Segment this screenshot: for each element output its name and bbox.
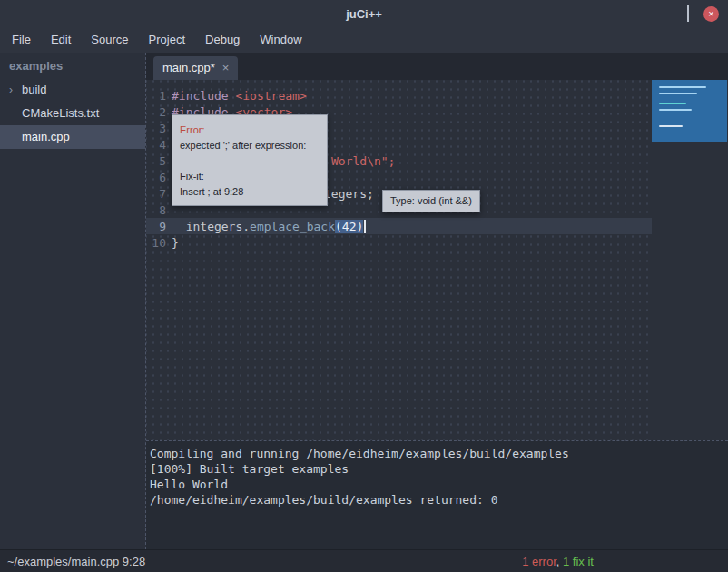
line-number: 3	[146, 122, 166, 135]
error-tooltip: Error: expected ';' after expression: Fi…	[172, 114, 328, 206]
line-number: 4	[146, 138, 166, 152]
line-number: 9	[146, 220, 166, 233]
file-tree: ›buildCMakeLists.txtmain.cpp	[0, 78, 145, 149]
error-count: 1 error	[522, 555, 556, 568]
project-name: examples	[0, 53, 145, 78]
file-label: main.cpp	[22, 125, 70, 149]
code-text: #include <iostream>	[172, 87, 307, 104]
menubar: FileEditSourceProjectDebugWindow	[0, 27, 728, 53]
restore-button[interactable]	[687, 5, 689, 22]
tab-bar: main.cpp* ×	[146, 53, 728, 80]
terminal-line: Hello World	[150, 477, 724, 492]
chevron-right-icon: ›	[9, 78, 22, 102]
status-file-position: ~/examples/main.cpp 9:28	[7, 555, 145, 568]
fixit-label: Fix-it:	[180, 169, 320, 184]
type-tooltip-text: Type: void (int &&)	[390, 195, 472, 206]
menu-file[interactable]: File	[2, 27, 41, 53]
line-number: 7	[146, 187, 166, 201]
file-label: CMakeLists.txt	[22, 102, 99, 125]
code-editor[interactable]: 1#include <iostream>2#include <vector>34…	[146, 80, 728, 440]
overview-mark	[659, 125, 683, 127]
editor-pane: main.cpp* × 1#include <iostream>2#includ…	[145, 53, 728, 549]
line-number: 2	[146, 105, 166, 119]
close-button[interactable]: ×	[703, 6, 719, 22]
terminal-line: Compiling and running /home/eidheim/exam…	[150, 446, 724, 461]
menu-project[interactable]: Project	[139, 27, 195, 53]
file-sidebar: examples ›buildCMakeLists.txtmain.cpp	[0, 53, 145, 549]
menu-window[interactable]: Window	[250, 27, 311, 53]
text-cursor	[364, 220, 366, 233]
source-overview	[652, 80, 728, 440]
restore-icon	[687, 5, 689, 22]
tree-item-build[interactable]: ›build	[0, 78, 145, 102]
line-number: 8	[146, 203, 166, 217]
error-tooltip-title: Error:	[180, 123, 320, 138]
title-bar[interactable]: juCi++ ×	[0, 0, 728, 27]
code-line-1[interactable]: 1#include <iostream>	[146, 87, 652, 104]
terminal-line: [100%] Built target examples	[150, 461, 724, 477]
overview-viewport[interactable]	[652, 80, 727, 142]
overview-mark	[659, 86, 706, 88]
overview-mark	[659, 109, 692, 111]
main-body: examples ›buildCMakeLists.txtmain.cpp ma…	[0, 53, 728, 549]
line-number: 5	[146, 154, 166, 168]
tree-item-cmakelists-txt[interactable]: CMakeLists.txt	[0, 102, 145, 125]
terminal-line: /home/eidheim/examples/build/examples re…	[150, 492, 724, 508]
terminal-output[interactable]: Compiling and running /home/eidheim/exam…	[146, 440, 728, 549]
status-bar: ~/examples/main.cpp 9:28 1 error, 1 fix …	[0, 549, 728, 572]
line-number: 6	[146, 171, 166, 184]
code-text: integers.emplace_back(42)	[172, 218, 366, 234]
tooltip-gap	[180, 153, 320, 169]
type-tooltip: Type: void (int &&)	[382, 190, 480, 212]
file-label: build	[22, 78, 46, 102]
line-number: 1	[146, 89, 166, 103]
window-title: juCi++	[0, 7, 728, 21]
error-tooltip-message: expected ';' after expression:	[180, 138, 320, 153]
code-line-10[interactable]: 10}	[146, 234, 652, 251]
overview-mark	[659, 103, 686, 104]
fixit-count: 1 fix it	[563, 555, 594, 568]
code-line-9[interactable]: 9 integers.emplace_back(42)	[146, 218, 652, 234]
tab-main-cpp[interactable]: main.cpp* ×	[153, 56, 238, 80]
fixit-text: Insert ; at 9:28	[180, 184, 320, 200]
tab-close-icon[interactable]: ×	[222, 56, 230, 80]
window-controls: ×	[673, 0, 719, 27]
menu-edit[interactable]: Edit	[41, 27, 81, 53]
overview-mark	[659, 93, 697, 94]
tree-item-main-cpp[interactable]: main.cpp	[0, 125, 145, 149]
code-text: }	[172, 234, 179, 251]
diagnostics-separator: ,	[556, 555, 563, 568]
tab-label: main.cpp*	[162, 56, 215, 80]
status-diagnostics: 1 error, 1 fix it	[522, 555, 594, 568]
menu-source[interactable]: Source	[81, 27, 138, 53]
menu-debug[interactable]: Debug	[195, 27, 250, 53]
line-number: 10	[146, 236, 166, 250]
app-window: juCi++ × FileEditSourceProjectDebugWindo…	[0, 0, 728, 572]
